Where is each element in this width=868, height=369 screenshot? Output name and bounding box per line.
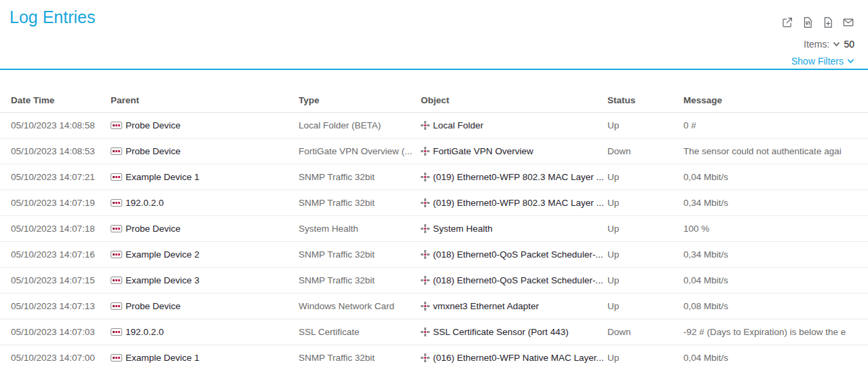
parent-device-name[interactable]: Probe Device: [126, 120, 181, 130]
xml-export-icon[interactable]: [801, 16, 814, 29]
status-text: Up: [607, 353, 683, 363]
log-datetime: 05/10/2023 14:07:16: [11, 249, 111, 260]
sensor-icon: [421, 173, 430, 181]
log-entries-table: 05/10/2023 14:08:58 Probe Device Local F…: [0, 113, 868, 369]
email-icon[interactable]: [842, 16, 854, 29]
sensor-type: SNMP Traffic 32bit: [299, 249, 421, 260]
object-sensor-name[interactable]: (019) Ethernet0-WFP 802.3 MAC Layer ...: [433, 198, 604, 208]
parent-device-name[interactable]: Example Device 2: [126, 249, 200, 260]
parent-device-name[interactable]: 192.0.2.0: [126, 327, 164, 337]
parent-device-link[interactable]: Example Device 3: [111, 275, 299, 285]
sensor-type: FortiGate VPN Overview (...: [299, 146, 421, 156]
object-sensor-name[interactable]: FortiGate VPN Overview: [433, 146, 533, 156]
csv-export-icon[interactable]: [821, 16, 834, 29]
log-message: The sensor could not authenticate agai: [683, 146, 868, 156]
parent-device-name[interactable]: 192.0.2.0: [126, 198, 164, 208]
object-sensor-link[interactable]: SSL Certificate Sensor (Port 443): [421, 327, 607, 337]
log-datetime: 05/10/2023 14:08:58: [11, 120, 111, 130]
table-row: 05/10/2023 14:08:53 Probe Device FortiGa…: [0, 139, 868, 164]
object-sensor-link[interactable]: System Health: [421, 224, 607, 234]
log-message: 0,08 Mbit/s: [683, 301, 868, 311]
page-header: Log Entries Items: 50 Show Filters: [0, 0, 868, 70]
parent-device-link[interactable]: Probe Device: [111, 146, 299, 156]
items-label: Items:: [804, 39, 829, 50]
sensor-icon: [421, 147, 430, 156]
log-message: 0,04 Mbit/s: [683, 275, 868, 285]
object-sensor-name[interactable]: SSL Certificate Sensor (Port 443): [433, 327, 569, 337]
object-sensor-link[interactable]: FortiGate VPN Overview: [421, 146, 607, 156]
status-text: Down: [607, 146, 683, 156]
parent-device-link[interactable]: Probe Device: [111, 120, 299, 130]
object-sensor-name[interactable]: System Health: [433, 224, 493, 234]
object-sensor-link[interactable]: (019) Ethernet0-WFP 802.3 MAC Layer ...: [421, 172, 607, 182]
items-per-page-control[interactable]: Items: 50: [804, 39, 854, 50]
parent-device-link[interactable]: Example Device 1: [111, 172, 299, 182]
object-sensor-link[interactable]: Local Folder: [421, 120, 607, 130]
object-sensor-link[interactable]: (018) Ethernet0-QoS Packet Scheduler-...: [421, 275, 607, 285]
log-datetime: 05/10/2023 14:07:19: [11, 198, 111, 208]
sensor-icon: [421, 328, 430, 336]
toolbar: [780, 16, 854, 29]
status-text: Up: [607, 120, 683, 130]
table-row: 05/10/2023 14:07:15 Example Device 3 SNM…: [0, 268, 868, 294]
object-sensor-name[interactable]: (018) Ethernet0-QoS Packet Scheduler-...: [433, 249, 603, 260]
object-sensor-link[interactable]: vmxnet3 Ethernet Adapter: [421, 301, 607, 311]
object-sensor-name[interactable]: Local Folder: [433, 120, 483, 130]
column-header-type[interactable]: Type: [299, 95, 421, 105]
show-filters-toggle[interactable]: Show Filters: [791, 56, 854, 67]
sensor-icon: [421, 276, 430, 285]
device-icon: [111, 328, 122, 336]
object-sensor-link[interactable]: (018) Ethernet0-QoS Packet Scheduler-...: [421, 249, 607, 260]
status-text: Up: [607, 224, 683, 234]
log-message: -92 # (Days to Expiration) is below the …: [683, 327, 868, 337]
status-text: Up: [607, 172, 683, 182]
log-message: 0,04 Mbit/s: [683, 353, 868, 363]
device-icon: [111, 225, 122, 232]
object-sensor-name[interactable]: (016) Ethernet0-WFP Native MAC Layer...: [433, 353, 604, 363]
sensor-type: SNMP Traffic 32bit: [299, 198, 421, 208]
table-row: 05/10/2023 14:07:16 Example Device 2 SNM…: [0, 242, 868, 268]
object-sensor-link[interactable]: (016) Ethernet0-WFP Native MAC Layer...: [421, 353, 607, 363]
parent-device-link[interactable]: Probe Device: [111, 224, 299, 234]
sensor-type: System Health: [299, 224, 421, 234]
column-header-parent[interactable]: Parent: [111, 95, 299, 105]
log-datetime: 05/10/2023 14:07:03: [11, 327, 111, 337]
parent-device-link[interactable]: 192.0.2.0: [111, 327, 299, 337]
parent-device-link[interactable]: Probe Device: [111, 301, 299, 311]
show-filters-label: Show Filters: [791, 56, 844, 67]
status-text: Up: [607, 275, 683, 285]
log-datetime: 05/10/2023 14:07:13: [11, 301, 111, 311]
parent-device-link[interactable]: 192.0.2.0: [111, 198, 299, 208]
sensor-icon: [421, 353, 430, 362]
parent-device-link[interactable]: Example Device 2: [111, 249, 299, 260]
parent-device-name[interactable]: Example Device 1: [126, 353, 200, 363]
parent-device-link[interactable]: Example Device 1: [111, 353, 299, 363]
sensor-icon: [421, 302, 430, 311]
log-datetime: 05/10/2023 14:07:15: [11, 275, 111, 285]
column-header-object[interactable]: Object: [421, 95, 607, 105]
log-message: 100 %: [683, 224, 868, 234]
parent-device-name[interactable]: Probe Device: [126, 301, 181, 311]
object-sensor-name[interactable]: vmxnet3 Ethernet Adapter: [433, 301, 539, 311]
table-row: 05/10/2023 14:07:19 192.0.2.0 SNMP Traff…: [0, 190, 868, 216]
parent-device-name[interactable]: Example Device 3: [126, 275, 200, 285]
column-header-datetime[interactable]: Date Time: [11, 95, 111, 105]
table-row: 05/10/2023 14:07:13 Probe Device Windows…: [0, 294, 868, 319]
parent-device-name[interactable]: Example Device 1: [126, 172, 200, 182]
object-sensor-name[interactable]: (018) Ethernet0-QoS Packet Scheduler-...: [433, 275, 603, 285]
object-sensor-link[interactable]: (019) Ethernet0-WFP 802.3 MAC Layer ...: [421, 198, 607, 208]
column-header-status[interactable]: Status: [607, 95, 683, 105]
column-header-message[interactable]: Message: [683, 95, 868, 105]
device-icon: [111, 277, 122, 284]
open-in-new-window-icon[interactable]: [780, 16, 793, 29]
device-icon: [111, 147, 122, 155]
device-icon: [111, 199, 122, 207]
parent-device-name[interactable]: Probe Device: [126, 224, 181, 234]
log-datetime: 05/10/2023 14:07:00: [11, 353, 111, 363]
parent-device-name[interactable]: Probe Device: [126, 146, 181, 156]
log-datetime: 05/10/2023 14:08:53: [11, 146, 111, 156]
table-row: 05/10/2023 14:07:00 Example Device 1 SNM…: [0, 345, 868, 369]
sensor-icon: [421, 121, 430, 130]
object-sensor-name[interactable]: (019) Ethernet0-WFP 802.3 MAC Layer ...: [433, 172, 604, 182]
sensor-type: Windows Network Card: [299, 301, 421, 311]
